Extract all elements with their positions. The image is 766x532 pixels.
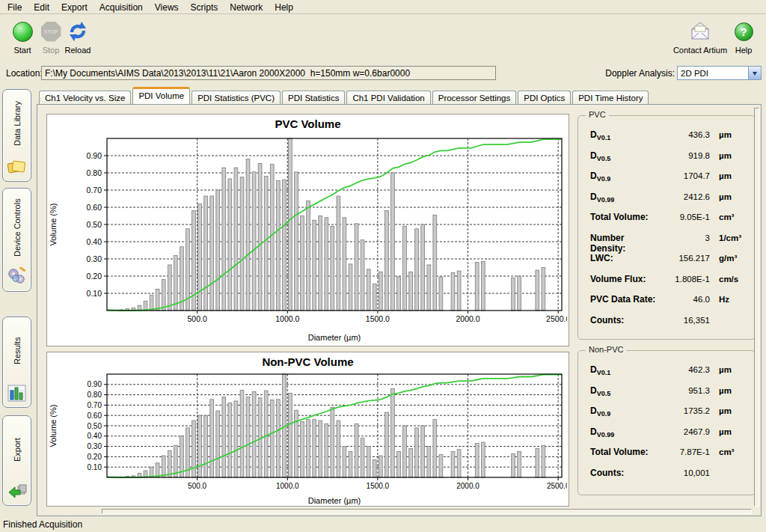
tab-pdi-volume[interactable]: PDI Volume (132, 87, 190, 104)
dropdown-button[interactable] (748, 67, 761, 79)
menu-network[interactable]: Network (224, 1, 269, 15)
stat-label: DV0.9 (590, 406, 661, 418)
stat-row: DV0.5951.3µm (590, 385, 749, 406)
tab-processor-settings[interactable]: Processor Settings (432, 91, 517, 105)
stat-value: 16,351 (661, 316, 710, 325)
help-icon: ? (735, 22, 753, 41)
stat-label: Total Volume: (590, 212, 661, 222)
stat-unit: µm (710, 171, 749, 180)
reload-icon (67, 21, 89, 42)
stat-label: DV0.1 (590, 129, 661, 141)
stat-row: Total Volume:9.05E-1cm³ (590, 212, 749, 233)
stat-unit: cm/s (710, 275, 749, 284)
horizontal-scrollbar[interactable] (102, 509, 752, 514)
stat-label: Volume Flux: (590, 274, 661, 284)
svg-text:0.40: 0.40 (87, 237, 102, 246)
stat-value: 156.217 (661, 254, 710, 263)
menu-views[interactable]: Views (149, 1, 185, 15)
stat-row: Total Volume:7.87E-1cm³ (590, 447, 749, 468)
reload-button[interactable]: Reload (57, 19, 99, 55)
sidebar-item-label: Data Library (13, 90, 22, 158)
help-button[interactable]: ? Help (727, 19, 760, 55)
stat-unit: µm (710, 151, 749, 160)
stat-label: Number Density: (590, 233, 661, 254)
menu-file[interactable]: File (1, 1, 28, 15)
stat-value: 462.3 (661, 365, 710, 374)
non-pvc-chart-title: Non-PVC Volume (47, 352, 569, 370)
sidebar-item-results[interactable]: Results (2, 317, 31, 408)
sidebar-item-label: Export (13, 416, 22, 483)
svg-text:0.60: 0.60 (87, 203, 102, 212)
sidebar-item-device-controls[interactable]: Device Controls (2, 188, 31, 292)
folders-icon (7, 158, 27, 176)
stat-unit: µm (710, 365, 749, 374)
non-pvc-stats-panel: Non-PVC DV0.1462.3µmDV0.5951.3µmDV0.9173… (577, 350, 756, 495)
tab-pdi-optics[interactable]: PDI Optics (518, 91, 571, 105)
stat-unit: µm (710, 427, 749, 436)
tab-pdi-statistics-pvc-[interactable]: PDI Statistics (PVC) (192, 91, 281, 105)
svg-text:0.20: 0.20 (87, 272, 102, 281)
svg-text:2500.0: 2500.0 (546, 314, 567, 323)
tab-strip: Ch1 Velocity vs. SizePDI VolumePDI Stati… (37, 87, 764, 104)
svg-text:2500.0: 2500.0 (547, 482, 567, 490)
stat-label: LWC: (590, 253, 661, 263)
tab-pdi-statistics[interactable]: PDI Statistics (282, 91, 345, 105)
stat-label: DV0.99 (590, 192, 661, 204)
sidebar-item-label: Results (13, 317, 22, 385)
svg-text:Diameter (µm): Diameter (µm) (308, 333, 361, 342)
contact-artium-button[interactable]: Contact Artium (672, 19, 729, 55)
doppler-analysis-label: Doppler Analysis: (605, 68, 675, 79)
tab-ch1-pdi-validation[interactable]: Ch1 PDI Validation (346, 91, 430, 105)
stat-label: Counts: (590, 315, 661, 325)
stat-row: DV0.992412.6µm (590, 192, 749, 213)
stat-row: Number Density:31/cm³ (590, 233, 749, 254)
svg-text:Diameter (µm): Diameter (µm) (308, 496, 361, 505)
doppler-analysis-select[interactable]: 2D PDI (677, 66, 762, 80)
stat-unit: µm (710, 192, 749, 201)
contact-artium-label: Contact Artium (672, 46, 729, 55)
stat-row: DV0.5919.8µm (590, 150, 749, 171)
sidebar-item-export[interactable]: Export (2, 415, 31, 506)
toolbar: Start STOP Stop Reload (0, 15, 766, 62)
stat-row: DV0.992467.9µm (590, 426, 749, 447)
menu-export[interactable]: Export (55, 1, 94, 15)
svg-text:1000.0: 1000.0 (276, 482, 299, 490)
svg-text:0.80: 0.80 (87, 168, 102, 177)
stat-row: Counts:16,351 (590, 315, 749, 336)
sidebar-item-data-library[interactable]: Data Library (2, 89, 31, 182)
menu-bar: FileEditExportAcquisitionViewsScriptsNet… (0, 0, 766, 14)
svg-text:2000.0: 2000.0 (456, 482, 479, 490)
tab-ch1-velocity-vs-size[interactable]: Ch1 Velocity vs. Size (39, 91, 131, 105)
status-bar: Finished Acquisition (0, 517, 766, 532)
tab-pdi-time-history[interactable]: PDI Time History (572, 91, 649, 105)
stat-value: 1.808E-1 (661, 275, 710, 284)
stat-label: Total Volume: (590, 447, 661, 457)
export-arrow-icon (7, 483, 27, 500)
svg-text:0.30: 0.30 (88, 442, 102, 450)
reload-button-label: Reload (57, 46, 99, 55)
location-input[interactable] (41, 66, 496, 80)
stat-unit: µm (710, 406, 749, 415)
menu-edit[interactable]: Edit (28, 1, 55, 15)
pvc-volume-chart-panel: PVC Volume 0.100.200.300.400.500.600.700… (46, 114, 569, 346)
svg-text:1500.0: 1500.0 (366, 314, 390, 323)
stat-value: 2412.6 (661, 192, 710, 201)
svg-text:0.90: 0.90 (88, 380, 102, 388)
non-pvc-volume-chart-panel: Non-PVC Volume 0.100.200.300.400.500.600… (46, 352, 569, 507)
svg-text:0.20: 0.20 (88, 453, 102, 461)
menu-acquisition[interactable]: Acquisition (94, 1, 149, 15)
stat-row: DV0.91735.2µm (590, 406, 749, 426)
stat-unit: µm (710, 386, 749, 395)
svg-text:0.10: 0.10 (87, 289, 102, 298)
doppler-analysis-value: 2D PDI (678, 69, 748, 78)
menu-scripts[interactable]: Scripts (185, 1, 224, 15)
menu-help[interactable]: Help (269, 1, 299, 15)
vertical-scrollbar[interactable] (754, 108, 759, 507)
stat-row: DV0.91704.7µm (590, 171, 749, 192)
stat-unit: µm (710, 130, 749, 139)
sidebar: Data LibraryDevice ControlsResultsExport (2, 89, 33, 512)
svg-text:0.80: 0.80 (88, 391, 102, 399)
stat-unit: cm³ (710, 447, 749, 456)
stat-unit: cm³ (710, 213, 749, 221)
status-text: Finished Acquisition (3, 519, 82, 530)
